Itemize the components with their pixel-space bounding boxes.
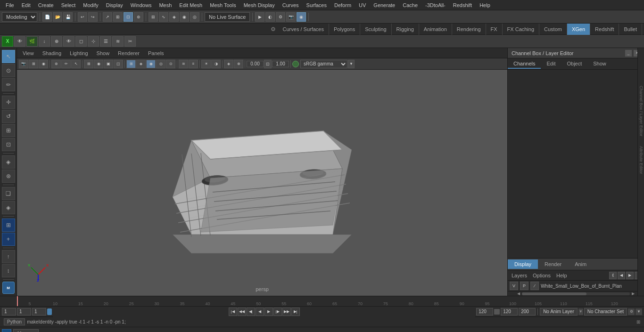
attribute-editor-side-label[interactable]: Attribute Editor	[639, 146, 644, 174]
vp-cam-btn[interactable]: 📷	[19, 60, 28, 68]
circle-tool-btn[interactable]: ◉	[297, 12, 306, 22]
viewport-menu-view[interactable]: View	[19, 49, 38, 57]
go-to-start-btn[interactable]: |◀	[229, 308, 237, 316]
layer-options-menu[interactable]: Options	[531, 272, 553, 279]
menu-file[interactable]: File	[2, 1, 18, 9]
tab-polygons[interactable]: Polygons	[329, 24, 360, 35]
xgen-paint-btn[interactable]: ⊞	[2, 219, 15, 232]
anim-end2-field[interactable]	[519, 308, 536, 316]
layers-menu[interactable]: Layers	[510, 272, 529, 279]
next-key-btn[interactable]: |▶	[273, 308, 282, 316]
xgen-btn-8[interactable]: ⊹	[88, 36, 99, 47]
select-by-component-btn[interactable]: ⊞	[113, 12, 123, 22]
taskbar-window-maya[interactable]: Maya ✕	[13, 329, 39, 332]
step-forward-btn[interactable]: ▶▶	[282, 308, 291, 316]
vp-colorspace-circle[interactable]	[292, 61, 299, 67]
vp-stereo-btn[interactable]: ⊞	[29, 60, 38, 68]
tab-fx-caching[interactable]: FX Caching	[503, 24, 539, 35]
xgen-btn-3[interactable]: 🌿	[26, 36, 38, 47]
menu-modify[interactable]: Modify	[79, 1, 102, 9]
vp-isoline-btn[interactable]: ≡	[189, 60, 198, 68]
ipr-btn[interactable]: ◐	[265, 12, 275, 22]
vp-paint-btn[interactable]: ✏	[61, 60, 71, 68]
lasso-select-btn[interactable]: ⊙	[2, 64, 15, 77]
mode-dropdown[interactable]: Modeling	[2, 12, 37, 22]
vp-wire-btn[interactable]: ⊞	[84, 60, 93, 68]
viewport-menu-show[interactable]: Show	[93, 49, 114, 57]
status-right-icon[interactable]: ⊞	[636, 319, 640, 324]
channel-tab-channels[interactable]: Channels	[508, 59, 541, 69]
soft-modification-btn[interactable]: ◈	[2, 155, 15, 169]
redo-btn[interactable]: ↪	[88, 12, 98, 22]
char-set-btn[interactable]: No Character Set	[584, 308, 627, 316]
vp-select-btn[interactable]: ↖	[71, 60, 81, 68]
tab-fx[interactable]: FX	[486, 24, 503, 35]
rotate-tool-btn[interactable]: ↺	[2, 110, 15, 123]
layer-scroll-track[interactable]	[522, 292, 630, 295]
vp-crease-btn[interactable]: ≋	[179, 60, 188, 68]
tab-redshift[interactable]: Redshift	[590, 24, 619, 35]
save-scene-btn[interactable]: 💾	[63, 12, 73, 22]
maya-logo-btn[interactable]: M	[2, 282, 15, 294]
tab-rendering[interactable]: Rendering	[452, 24, 486, 35]
new-scene-btn[interactable]: 📄	[42, 12, 52, 22]
menu-create[interactable]: Create	[34, 1, 58, 9]
menu-select[interactable]: Select	[58, 1, 80, 9]
xgen-btn-6[interactable]: 👁	[63, 36, 74, 47]
tab-sculpting[interactable]: Sculpting	[360, 24, 391, 35]
tab-bullet[interactable]: Bullet	[619, 24, 642, 35]
xgen-btn-9[interactable]: ☰	[100, 36, 111, 47]
layer-visibility-btn[interactable]: V	[510, 282, 518, 290]
viewport-menu-lighting[interactable]: Lighting	[66, 49, 92, 57]
vp-shadow-btn[interactable]: ◑	[211, 60, 221, 68]
universal-manip-btn[interactable]: ⊡	[2, 138, 15, 151]
prev-key-btn[interactable]: ◀|	[247, 308, 255, 316]
layer-playback-btn[interactable]: P	[520, 282, 528, 290]
xgen-btn-7[interactable]: ◻	[75, 36, 87, 47]
xgen-btn-1[interactable]: X	[2, 36, 13, 47]
minimize-panel-btn[interactable]: _	[625, 50, 632, 57]
vp-hshade-btn[interactable]: ⊙	[166, 60, 175, 68]
menu-3dtall[interactable]: -3DtoAll-	[421, 1, 449, 9]
menu-surfaces[interactable]: Surfaces	[303, 1, 330, 9]
component-select-btn[interactable]: ◈	[2, 201, 15, 214]
menu-cache[interactable]: Cache	[399, 1, 421, 9]
layer-help-menu[interactable]: Help	[554, 272, 569, 279]
menu-edit-mesh[interactable]: Edit Mesh	[175, 1, 206, 9]
undo-btn[interactable]: ↩	[78, 12, 87, 22]
menu-mesh-display[interactable]: Mesh Display	[240, 1, 279, 9]
vp-shaded-btn[interactable]: ◫	[114, 60, 123, 68]
tab-animation[interactable]: Animation	[419, 24, 452, 35]
xgen-btn-10[interactable]: ≋	[112, 36, 124, 47]
anim-layer-btn[interactable]: No Anim Layer	[540, 308, 578, 316]
live-surface-btn[interactable]: No Live Surface	[205, 12, 250, 22]
layer-tab-display[interactable]: Display	[508, 259, 538, 269]
layer-scroll-right-btn[interactable]: ▶	[630, 291, 636, 296]
menu-redshift[interactable]: Redshift	[449, 1, 476, 9]
tab-xgen[interactable]: XGen	[567, 24, 590, 35]
xgen-btn-5[interactable]: ⊕	[51, 36, 62, 47]
open-scene-btn[interactable]: 📂	[53, 12, 62, 22]
tab-rigging[interactable]: Rigging	[392, 24, 419, 35]
tab-curves-surfaces[interactable]: Curves / Surfaces	[278, 24, 329, 35]
camera-scale-field[interactable]	[272, 61, 289, 67]
snap-view-btn[interactable]: ◉	[180, 12, 189, 22]
layer-scroll-left-btn[interactable]: ◀	[515, 291, 522, 296]
layer-arrow-up[interactable]: ⟪	[609, 272, 617, 279]
xgen-btn-4[interactable]: ↓	[39, 36, 50, 47]
viewport-menu-panels[interactable]: Panels	[144, 49, 168, 57]
rect-select-btn[interactable]: ❑	[2, 187, 15, 200]
vp-isolate-btn[interactable]: ◈	[224, 60, 233, 68]
xgen-place-btn[interactable]: +	[2, 233, 15, 246]
arrow-up-btn[interactable]: ↑	[2, 250, 15, 263]
vp-sync-btn[interactable]: ◉	[39, 60, 48, 68]
vp-focus-btn[interactable]: ⊕	[234, 60, 243, 68]
channel-box-side-label[interactable]: Channel Box / Layer Editor	[639, 86, 644, 137]
layer-tab-anim[interactable]: Anim	[568, 259, 593, 269]
vp-shade-btn[interactable]: ◉	[94, 60, 103, 68]
lasso-btn[interactable]: ⊛	[134, 12, 143, 22]
taskbar-maya-icon[interactable]: M	[2, 329, 11, 332]
camera-angle-field[interactable]	[247, 61, 264, 67]
menu-display[interactable]: Display	[102, 1, 127, 9]
color-space-dropdown[interactable]: sRGB gamma	[300, 60, 347, 68]
